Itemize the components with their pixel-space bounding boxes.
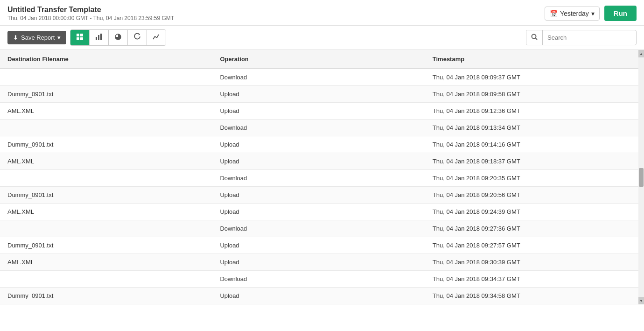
svg-rect-0 <box>77 34 79 36</box>
svg-rect-6 <box>100 34 102 40</box>
table-row: DownloadThu, 04 Jan 2018 09:27:36 GMT <box>0 220 644 237</box>
header-left: Untitled Transfer Template Thu, 04 Jan 2… <box>7 6 174 21</box>
cell-timestamp: Thu, 04 Jan 2018 09:09:58 GMT <box>425 86 644 103</box>
cell-timestamp: Thu, 04 Jan 2018 09:20:35 GMT <box>425 170 644 187</box>
cell-filename <box>0 69 212 86</box>
header-right: 📅 Yesterday ▾ Run <box>545 6 637 21</box>
toolbar-left: ⬇ Save Report ▾ <box>7 29 166 46</box>
table-row: DownloadThu, 04 Jan 2018 09:13:34 GMT <box>0 120 644 136</box>
scrollbar-thumb[interactable] <box>639 168 644 187</box>
scrollbar-down-arrow[interactable]: ▼ <box>638 297 644 304</box>
cell-filename: Dummy_0901.txt <box>0 86 212 103</box>
table-body: DownloadThu, 04 Jan 2018 09:09:37 GMTDum… <box>0 69 644 304</box>
line-chart-icon <box>153 33 160 42</box>
cell-operation: Upload <box>212 86 425 103</box>
search-icon-button[interactable] <box>526 30 543 45</box>
cell-operation: Download <box>212 69 425 86</box>
table-row: Dummy_0901.txtUploadThu, 04 Jan 2018 09:… <box>0 187 644 204</box>
cell-filename: AML.XML <box>0 153 212 170</box>
cell-filename: AML.XML <box>0 254 212 271</box>
scroll-area: Destination Filename Operation Timestamp… <box>0 50 644 304</box>
table-row: Dummy_0901.txtUploadThu, 04 Jan 2018 09:… <box>0 86 644 103</box>
save-report-label: Save Report <box>21 34 55 41</box>
cell-operation: Upload <box>212 136 425 153</box>
table-row: AML.XMLUploadThu, 04 Jan 2018 09:18:37 G… <box>0 153 644 170</box>
table-row: AML.XMLUploadThu, 04 Jan 2018 09:24:39 G… <box>0 204 644 220</box>
cell-operation: Upload <box>212 288 425 304</box>
cell-filename: Dummy_0901.txt <box>0 288 212 304</box>
svg-rect-1 <box>80 34 83 36</box>
cell-filename: Dummy_0901.txt <box>0 237 212 254</box>
page-header: Untitled Transfer Template Thu, 04 Jan 2… <box>0 0 644 26</box>
view-bar-button[interactable] <box>90 30 109 45</box>
page-title: Untitled Transfer Template <box>7 6 174 14</box>
view-line-button[interactable] <box>147 30 166 45</box>
cell-operation: Upload <box>212 153 425 170</box>
view-refresh-button[interactable] <box>128 30 147 45</box>
search-input[interactable] <box>543 31 636 44</box>
cell-timestamp: Thu, 04 Jan 2018 09:30:39 GMT <box>425 254 644 271</box>
scrollbar[interactable]: ▲ ▼ <box>638 50 644 304</box>
cell-filename: Dummy_0901.txt <box>0 136 212 153</box>
table-row: Dummy_0901.txtUploadThu, 04 Jan 2018 09:… <box>0 136 644 153</box>
cell-timestamp: Thu, 04 Jan 2018 09:34:37 GMT <box>425 271 644 288</box>
view-pie-button[interactable] <box>109 30 128 45</box>
cell-operation: Upload <box>212 204 425 220</box>
cell-operation: Upload <box>212 237 425 254</box>
search-bar <box>526 30 637 45</box>
cell-filename: AML.XML <box>0 204 212 220</box>
cell-timestamp: Thu, 04 Jan 2018 09:12:36 GMT <box>425 103 644 120</box>
cell-timestamp: Thu, 04 Jan 2018 09:24:39 GMT <box>425 204 644 220</box>
svg-rect-4 <box>96 37 97 40</box>
table-row: Dummy_0901.txtUploadThu, 04 Jan 2018 09:… <box>0 288 644 304</box>
date-selector-label: Yesterday <box>560 10 589 17</box>
cell-timestamp: Thu, 04 Jan 2018 09:13:34 GMT <box>425 120 644 136</box>
save-report-chevron-icon: ▾ <box>57 34 61 41</box>
cell-operation: Upload <box>212 187 425 204</box>
cell-filename <box>0 220 212 237</box>
cell-timestamp: Thu, 04 Jan 2018 09:14:16 GMT <box>425 136 644 153</box>
bar-chart-icon <box>95 33 103 42</box>
cell-operation: Download <box>212 220 425 237</box>
refresh-icon <box>133 33 141 42</box>
calendar-icon: 📅 <box>550 10 558 17</box>
svg-line-9 <box>536 38 538 40</box>
chevron-down-icon: ▾ <box>591 10 595 17</box>
page-subtitle: Thu, 04 Jan 2018 00:00:00 GMT - Thu, 04 … <box>7 15 174 21</box>
table-row: Dummy_0901.txtUploadThu, 04 Jan 2018 09:… <box>0 237 644 254</box>
cell-filename: Dummy_0901.txt <box>0 187 212 204</box>
table-row: DownloadThu, 04 Jan 2018 09:09:37 GMT <box>0 69 644 86</box>
cell-operation: Download <box>212 120 425 136</box>
save-report-button[interactable]: ⬇ Save Report ▾ <box>7 31 66 44</box>
scrollbar-up-arrow[interactable]: ▲ <box>638 50 644 57</box>
column-header-operation: Operation <box>212 50 425 69</box>
cell-filename: AML.XML <box>0 103 212 120</box>
cell-filename <box>0 271 212 288</box>
table-row: DownloadThu, 04 Jan 2018 09:34:37 GMT <box>0 271 644 288</box>
toolbar: ⬇ Save Report ▾ <box>0 26 644 50</box>
cell-timestamp: Thu, 04 Jan 2018 09:09:37 GMT <box>425 69 644 86</box>
svg-point-8 <box>532 35 536 39</box>
cell-operation: Download <box>212 271 425 288</box>
date-selector-button[interactable]: 📅 Yesterday ▾ <box>545 7 600 21</box>
cell-timestamp: Thu, 04 Jan 2018 09:34:58 GMT <box>425 288 644 304</box>
column-header-timestamp: Timestamp <box>425 50 644 69</box>
view-button-group <box>70 29 166 46</box>
cell-filename <box>0 120 212 136</box>
cell-timestamp: Thu, 04 Jan 2018 09:27:36 GMT <box>425 220 644 237</box>
cell-filename <box>0 170 212 187</box>
cell-timestamp: Thu, 04 Jan 2018 09:27:57 GMT <box>425 237 644 254</box>
svg-rect-3 <box>80 37 83 40</box>
svg-rect-2 <box>77 37 79 40</box>
cell-operation: Upload <box>212 254 425 271</box>
table-header-row: Destination Filename Operation Timestamp <box>0 50 644 69</box>
view-table-button[interactable] <box>70 30 90 45</box>
table-header: Destination Filename Operation Timestamp <box>0 50 644 69</box>
table-row: AML.XMLUploadThu, 04 Jan 2018 09:30:39 G… <box>0 254 644 271</box>
pie-chart-icon <box>114 33 122 42</box>
search-icon <box>531 34 538 42</box>
cell-operation: Upload <box>212 103 425 120</box>
cell-operation: Download <box>212 170 425 187</box>
run-button[interactable]: Run <box>604 6 637 21</box>
download-icon: ⬇ <box>13 34 18 41</box>
